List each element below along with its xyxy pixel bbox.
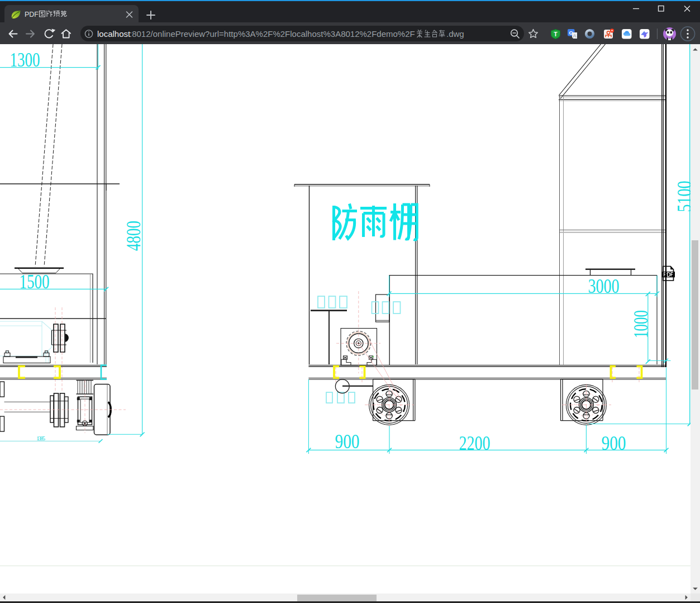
- svg-text:1300: 1300: [10, 48, 40, 71]
- svg-text:1385: 1385: [36, 435, 46, 441]
- svg-text::8012/onlinePreview?url=http%3: :8012/onlinePreview?url=http%3A%2F%2Floc…: [130, 29, 415, 39]
- svg-text:.dwg: .dwg: [446, 29, 464, 39]
- svg-text:900: 900: [602, 431, 626, 454]
- svg-text:A: A: [573, 33, 577, 39]
- svg-text:4800: 4800: [122, 221, 145, 251]
- svg-text:2200: 2200: [459, 431, 491, 454]
- svg-text:900: 900: [335, 430, 360, 453]
- svg-text:PDF: PDF: [25, 11, 39, 18]
- svg-text:T: T: [554, 31, 558, 37]
- svg-text:5100: 5100: [673, 181, 691, 212]
- svg-text:localhost: localhost: [97, 29, 131, 39]
- svg-text:1500: 1500: [20, 270, 50, 293]
- svg-text:3000: 3000: [588, 274, 620, 297]
- svg-text:1000: 1000: [629, 310, 652, 338]
